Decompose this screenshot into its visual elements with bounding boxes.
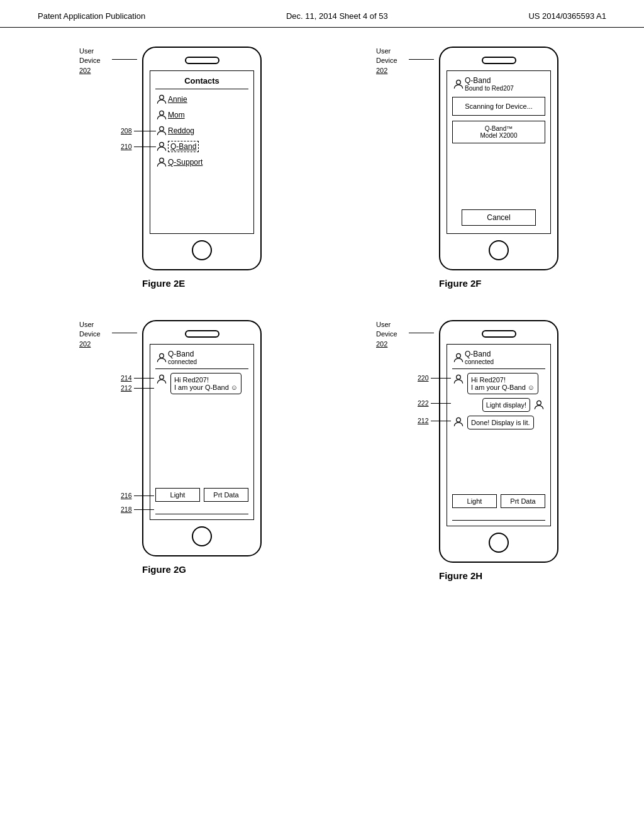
person-icon-2g-chat [155,373,168,385]
annotation-212: 212 [121,384,154,392]
phone-2e: Contacts Annie Mom [142,47,262,270]
fig2g-label: Figure 2G [142,564,186,575]
annotation-212-h: 212 [418,417,451,424]
contact-mom: Mom [155,109,248,121]
person-icon-annie [155,93,168,106]
device-label-2h: User Device 202 [376,320,397,349]
contacts-header: Contacts [155,76,248,89]
phone-speaker-2h [482,330,516,338]
contact-annie: Annie [155,93,248,106]
main-content: User Device 202 Contacts [0,47,644,581]
phone-home-2h [489,533,509,553]
figure-2f-container: User Device 202 Q-Band [382,47,558,289]
contact-reddog: Reddog 208 [155,124,248,137]
figure-2e-container: User Device 202 Contacts [86,47,262,289]
person-icon-2g-header [155,351,168,364]
qband-header-2h: Q-Band connected [452,350,545,369]
figures-row-1: User Device 202 Contacts [25,47,619,289]
svg-point-3 [160,142,164,147]
chat-bubble-2h-1: Hi Red207!I am your Q-Band ☺ [467,373,538,394]
light-button-2h[interactable]: Light [452,494,497,508]
qband-header-2g: Q-Band connected [155,350,248,369]
cancel-button[interactable]: Cancel [462,209,536,226]
model-box: Q-Band™Model X2000 [452,121,545,143]
figures-row-2: User Device 202 Q-Band [25,320,619,581]
arrow-line-2e [112,59,137,60]
bottom-buttons-2g: Light Prt Data [155,488,248,502]
phone-2f: Q-Band Bound to Red207 Scanning for Devi… [439,47,558,270]
svg-point-11 [457,418,461,422]
svg-point-1 [160,111,164,115]
chat-msg-2g: Hi Red207!I am your Q-Band ☺ 214 212 [155,373,248,394]
phone-speaker-2f [482,57,516,64]
qband-dashed: Q-Band [168,141,199,152]
svg-point-10 [537,401,541,405]
light-display-row: Light display! 222 [452,398,545,412]
person-icon-2h-header [452,351,465,364]
bottom-buttons-2h: Light Prt Data [452,494,545,508]
fig2f-label: Figure 2F [439,278,482,289]
screen-2f: Q-Band Bound to Red207 Scanning for Devi… [447,70,551,234]
screen-2e: Contacts Annie Mom [150,70,254,234]
person-icon-qband [155,140,168,153]
header-right: US 2014/0365593 A1 [528,11,606,21]
header-center: Dec. 11, 2014 Sheet 4 of 53 [286,11,388,21]
device-label-2e: User Device 202 [79,47,101,75]
annotation-218: 218 [121,506,154,513]
fig2e-label: Figure 2E [142,278,185,289]
contact-qsupport: Q-Support [155,156,248,169]
svg-point-4 [160,158,164,162]
svg-point-5 [457,80,461,84]
header-left: Patent Application Publication [38,11,145,21]
fig2h-label: Figure 2H [439,570,482,581]
figure-2g-container: User Device 202 Q-Band [86,320,262,581]
person-icon-mom [155,109,168,121]
annotation-208: 208 [121,127,156,135]
phone-speaker-2e [185,57,219,64]
phone-home-2e [192,240,212,260]
scanning-box: Scanning for Device... [452,97,545,116]
light-display-bubble: Light display! [482,398,530,412]
phone-2g: Q-Band connected Hi Red207!I am your Q-B… [142,320,262,556]
text-input-2g[interactable] [155,504,248,514]
chat-bubble-2g: Hi Red207!I am your Q-Band ☺ [170,373,242,394]
person-icon-reddog [155,124,168,137]
figure-2h-container: User Device 202 Q-Band [382,320,558,581]
svg-point-2 [160,126,164,131]
phone-speaker-2g [185,330,219,338]
svg-point-6 [160,353,164,358]
prtdata-button-2g[interactable]: Prt Data [204,488,248,502]
person-icon-2h-chat1 [452,373,465,385]
phone-2h: Q-Band connected Hi Red207!I am your Q-B… [439,320,558,563]
svg-point-0 [160,95,164,99]
annotation-214: 214 [121,374,154,382]
person-icon-2h-light [533,399,545,411]
svg-point-9 [457,375,461,379]
annotation-222: 222 [418,399,451,407]
person-icon-2h-done [452,416,465,428]
text-input-2h[interactable] [452,511,545,521]
device-label-2f: User Device 202 [376,47,397,75]
screen-2h: Q-Band connected Hi Red207!I am your Q-B… [447,344,551,526]
person-icon-qsupport [155,156,168,169]
chat-msg-2h-1: Hi Red207!I am your Q-Band ☺ 220 [452,373,545,394]
svg-point-8 [457,353,461,358]
qband-header-2f: Q-Band Bound to Red207 [452,76,545,92]
prtdata-button-2h[interactable]: Prt Data [501,494,545,508]
phone-home-2f [489,240,509,260]
svg-point-7 [160,375,164,379]
light-button-2g[interactable]: Light [155,488,200,502]
annotation-220: 220 [418,374,451,382]
person-icon-2f [452,78,465,91]
device-label-2g: User Device 202 [79,320,101,349]
phone-home-2g [192,526,212,546]
chat-msg-2h-done: Done! Display is lit. 212 [452,416,545,429]
annotation-210: 210 [121,143,156,150]
page-header: Patent Application Publication Dec. 11, … [0,0,644,28]
annotation-216: 216 [121,492,154,499]
screen-2g: Q-Band connected Hi Red207!I am your Q-B… [150,344,254,520]
contact-qband: Q-Band 210 [155,140,248,153]
done-bubble: Done! Display is lit. [467,416,534,429]
